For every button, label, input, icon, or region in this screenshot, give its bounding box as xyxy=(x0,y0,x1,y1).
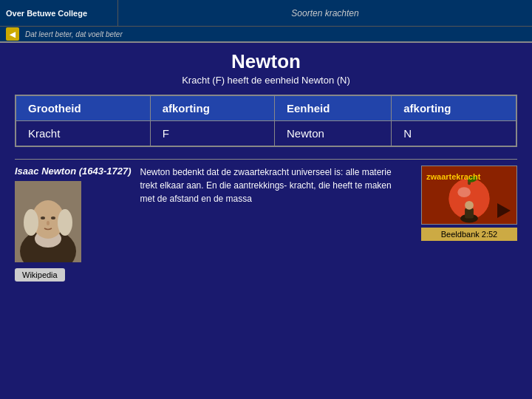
col-afkorting2-header: afkorting xyxy=(392,95,516,121)
nav-back-icon[interactable]: ◀ xyxy=(6,27,19,41)
newton-description-area: Newton bedenkt dat de zwaartekracht univ… xyxy=(140,166,405,282)
video-label: zwaartekracht xyxy=(426,172,480,181)
col-grootheid-header: Grootheid xyxy=(16,95,150,121)
table-header-row: Grootheid afkorting Eenheid afkorting xyxy=(16,95,516,121)
page-title: Newton xyxy=(15,50,517,73)
header-title-area: Soorten krachten xyxy=(118,0,532,26)
col-eenheid-header: Eenheid xyxy=(275,95,392,121)
svg-rect-16 xyxy=(465,208,474,219)
divider xyxy=(15,159,517,160)
svg-point-4 xyxy=(24,209,38,236)
newton-portrait xyxy=(15,181,81,262)
svg-point-6 xyxy=(41,216,45,219)
sub-header: ◀ Dat leert beter, dat voelt beter xyxy=(0,27,532,43)
logo-text: Over Betuwe College xyxy=(6,9,87,18)
play-icon[interactable] xyxy=(497,203,511,218)
cell-f: F xyxy=(150,121,274,147)
newton-portrait-svg xyxy=(15,181,81,262)
header-nav-text: Soorten krachten xyxy=(291,8,358,18)
svg-point-5 xyxy=(58,209,72,236)
newton-section-title: Isaac Newton (1643-1727) xyxy=(15,166,132,177)
newton-section: Isaac Newton (1643-1727) xyxy=(15,166,517,282)
info-table: Grootheid afkorting Eenheid afkorting Kr… xyxy=(15,95,517,147)
cell-kracht: Kracht xyxy=(16,121,150,147)
newton-right-col: zwaartekracht Beeldbank 2:52 xyxy=(414,166,517,282)
svg-point-7 xyxy=(51,216,55,219)
svg-point-17 xyxy=(465,201,474,210)
newton-photo xyxy=(15,181,81,262)
header-logo: Over Betuwe College xyxy=(0,0,118,26)
sub-header-text: Dat leert beter, dat voelt beter xyxy=(25,30,123,38)
wikipedia-button[interactable]: Wikipedia xyxy=(15,268,65,282)
page-subtitle: Kracht (F) heeft de eenheid Newton (N) xyxy=(15,75,517,86)
cell-n: N xyxy=(392,121,516,147)
beeldbank-label: Beeldbank 2:52 xyxy=(421,228,517,241)
cell-newton: Newton xyxy=(275,121,392,147)
main-content: Newton Kracht (F) heeft de eenheid Newto… xyxy=(0,43,532,289)
table-data-row: Kracht F Newton N xyxy=(16,121,516,147)
header: Over Betuwe College Soorten krachten xyxy=(0,0,532,27)
newton-left-col: Isaac Newton (1643-1727) xyxy=(15,166,132,282)
svg-point-8 xyxy=(47,221,50,225)
newton-description-text: Newton bedenkt dat de zwaartekracht univ… xyxy=(140,166,405,205)
video-thumbnail[interactable]: zwaartekracht xyxy=(421,166,517,225)
col-afkorting1-header: afkorting xyxy=(150,95,274,121)
svg-point-12 xyxy=(457,187,471,197)
